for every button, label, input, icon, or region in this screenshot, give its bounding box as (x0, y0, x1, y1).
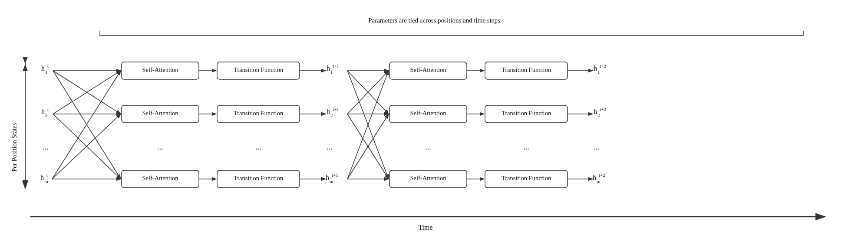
h1-t2-sup: t+2 (600, 63, 606, 68)
tf-label-1-2: Transition Function (234, 110, 284, 117)
h1-t1-sup: t+1 (333, 63, 339, 68)
time-label: Time (418, 224, 432, 231)
sa-dots-2: ... (425, 143, 431, 151)
diagram-svg: Parameters are tied across positions and… (0, 0, 868, 244)
tf-label-1-m: Transition Function (234, 175, 284, 182)
params-label: Parameters are tied across positions and… (368, 17, 500, 24)
h1-t2-label: h (594, 65, 597, 72)
hm-t-label: h (40, 174, 44, 181)
hm-t-sup: t (46, 172, 48, 178)
dots-middle: ... (327, 143, 333, 151)
h1-t-label: h (41, 65, 45, 72)
tf-dots-2: ... (523, 143, 529, 151)
sa-label-2-1: Self-Attention (410, 66, 447, 73)
hm-t2-sub: m (597, 179, 601, 184)
per-position-label: Per Position States (11, 123, 18, 172)
h1-t1-sub: 1 (330, 69, 333, 75)
h1-t2-sub: 1 (597, 69, 600, 75)
h1-t1-label: h (327, 65, 330, 72)
h2-t2-label: h (594, 108, 597, 115)
brace-top (100, 31, 803, 36)
tf-label-2-m: Transition Function (502, 175, 551, 182)
h2-t-sup: t (47, 107, 49, 112)
hm-t2-sup: t+2 (599, 172, 605, 178)
sa-label-2-m: Self-Attention (410, 175, 447, 182)
sa-label-1-m: Self-Attention (142, 175, 179, 182)
sa-label-1-1: Self-Attention (142, 66, 179, 73)
hm-t1-sub: m (330, 179, 333, 184)
dots-right: ... (594, 143, 600, 151)
tf-label-1-1: Transition Function (234, 66, 284, 73)
hm-t1-label: h (326, 174, 329, 181)
hm-t1-sup: t+1 (332, 172, 338, 178)
h2-t1-sub: 2 (330, 113, 333, 118)
h2-t-sub: 2 (45, 113, 48, 118)
h2-t1-label: h (327, 108, 330, 115)
tf-label-2-2: Transition Function (502, 110, 551, 117)
h2-t-label: h (41, 108, 45, 115)
h2-t2-sub: 2 (597, 113, 600, 118)
sa-label-1-2: Self-Attention (142, 110, 179, 117)
hm-t-sub: m (44, 179, 48, 184)
hm-t2-label: h (593, 174, 596, 181)
sa-label-2-2: Self-Attention (410, 110, 447, 117)
sa-dots-1: ... (157, 143, 163, 151)
tf-dots-1: ... (255, 143, 261, 151)
h1-t-sub: 1 (45, 69, 48, 75)
h2-t1-sup: t+1 (333, 107, 339, 112)
diagram-container: Parameters are tied across positions and… (0, 0, 868, 244)
h1-t-sup: t (47, 63, 49, 68)
dots1: ... (43, 143, 49, 151)
tf-label-2-1: Transition Function (502, 66, 551, 73)
h2-t2-sup: t+2 (600, 107, 606, 112)
